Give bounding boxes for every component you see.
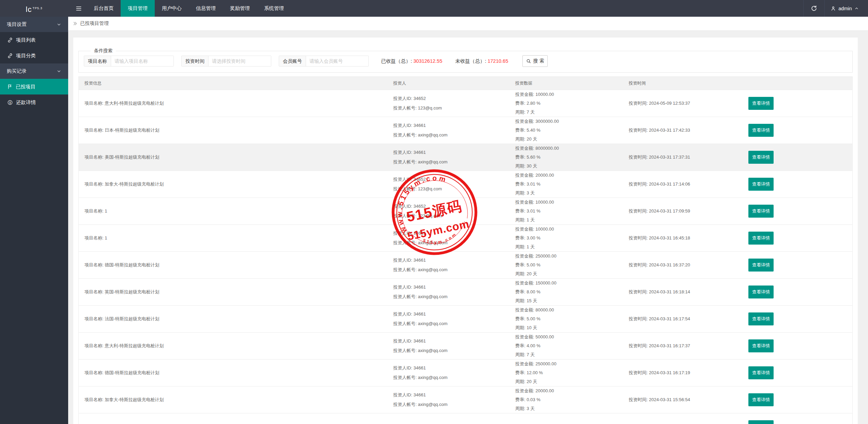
view-details-button[interactable]: 查看详情: [748, 151, 774, 164]
project-name-input[interactable]: [111, 56, 173, 66]
topbar-nav-item[interactable]: 项目管理: [121, 0, 155, 17]
username-label: admin: [838, 6, 852, 11]
view-details-button[interactable]: 查看详情: [748, 124, 774, 137]
invest-amount: 投资金额: 250000.00: [515, 252, 623, 261]
page-title: 已投项目管理: [80, 20, 109, 27]
invest-rate: 费率: 3.01 %: [515, 207, 623, 216]
sidebar-item-还款详情[interactable]: $还款详情: [0, 94, 68, 110]
project-name-cell: 项目名称: 加拿大-特斯拉超级充电桩计划: [79, 180, 387, 189]
invest-cycle: 周期: 3 天: [515, 404, 623, 413]
topbar-nav-item[interactable]: 奖励管理: [223, 0, 257, 17]
view-details-button[interactable]: 查看详情: [748, 205, 774, 218]
user-menu[interactable]: admin: [824, 0, 868, 17]
invest-amount: 投资金额: 10000.00: [515, 198, 623, 207]
invest-amount: 投资金额: 150000.00: [515, 279, 623, 288]
invest-rate: 费率: 4.00 %: [515, 341, 623, 350]
actions-cell: 查看详情: [743, 420, 852, 424]
sidebar-group-header[interactable]: 购买记录: [0, 63, 68, 79]
invest-time-cell: 投资时间: 2024-03-31 16:17:19: [623, 368, 743, 377]
invest-time-input[interactable]: [209, 56, 271, 66]
invest-data-cell: 投资金额: 8000000.00费率: 5.60 %周期: 30 天: [509, 144, 623, 171]
topbar-nav-item[interactable]: 系统管理: [257, 0, 291, 17]
investor-id: 投资人ID: 34652: [393, 175, 509, 184]
link-icon: [7, 37, 13, 43]
table-header-invest-info: 投资信息: [79, 81, 387, 86]
invest-rate: 费率: 5.00 %: [515, 261, 623, 269]
invest-cycle: 周期: 7 天: [515, 108, 623, 117]
table-row: 项目名称: 加拿大-特斯拉超级充电桩计划投资人ID: 34652投资人帐号: 1…: [79, 171, 852, 198]
view-details-button[interactable]: 查看详情: [748, 286, 774, 298]
invest-time-cell: 投资时间: 2024-03-31 16:17:54: [623, 315, 743, 323]
project-name-cell: 项目名称: 意大利-特斯拉超级充电桩计划: [79, 99, 387, 108]
view-details-button[interactable]: 查看详情: [748, 178, 774, 191]
sidebar-item-label: 已投项目: [16, 84, 35, 90]
invest-data-cell: 投资金额: 10000.00费率: 3.00 %周期: 1 天: [509, 225, 623, 251]
member-account-input[interactable]: [306, 56, 368, 66]
view-details-button[interactable]: 查看详情: [748, 97, 774, 110]
table-header-investor: 投资人: [387, 81, 509, 86]
view-details-button[interactable]: 查看详情: [748, 393, 774, 406]
project-name-cell: 项目名称: 德国-特斯拉超级充电桩计划: [79, 368, 387, 377]
actions-cell: 查看详情: [743, 97, 852, 110]
invest-data-cell: 投资金额: 10000.00费率: 3.01 %周期: 1 天: [509, 198, 623, 224]
investor-id: 投资人ID: 34652: [393, 94, 509, 103]
sidebar-group-header[interactable]: 项目设置: [0, 17, 68, 32]
topbar-nav-item[interactable]: 后台首页: [87, 0, 121, 17]
project-name-cell: 项目名称: 1: [79, 234, 387, 243]
invest-time-cell: 投资时间: 2024-03-31 17:14:06: [623, 180, 743, 189]
topbar-nav-item[interactable]: 信息管理: [189, 0, 223, 17]
logo-text: lc: [26, 5, 32, 14]
view-details-button[interactable]: 查看详情: [748, 366, 774, 379]
sidebar-item-已投项目[interactable]: 已投项目: [0, 79, 68, 94]
refresh-button[interactable]: [803, 0, 824, 17]
project-name-cell: 项目名称: 德国-特斯拉超级充电桩计划: [79, 261, 387, 269]
topbar-nav-item[interactable]: 用户中心: [155, 0, 189, 17]
invest-time-label: 投资时间: [182, 56, 209, 66]
sidebar-item-label: 项目分类: [16, 53, 36, 59]
investor-id: 投资人ID: 34661: [393, 422, 509, 424]
sidebar-item-项目分类[interactable]: 项目分类: [0, 48, 68, 63]
invest-data-cell: 投资金额: 80000.00: [509, 422, 623, 424]
invest-cycle: 周期: 15 天: [515, 296, 623, 305]
actions-cell: 查看详情: [743, 286, 852, 298]
invest-rate: 费率: 8.00 %: [515, 288, 623, 296]
invest-rate: 费率: 0.03 %: [515, 395, 623, 404]
invest-time-cell: 投资时间: 2024-05-09 12:53:37: [623, 99, 743, 108]
hamburger-menu-icon[interactable]: [71, 0, 87, 17]
table-row: 项目名称: 1投资人ID: 34652投资人帐号: 123@q.com投资金额:…: [79, 198, 852, 224]
invest-amount: 投资金额: 20000.00: [515, 171, 623, 180]
actions-cell: 查看详情: [743, 339, 852, 352]
link-icon: [7, 53, 13, 59]
invest-rate: 费率: 5.00 %: [515, 315, 623, 323]
invest-amount: 投资金额: 8000000.00: [515, 144, 623, 153]
table-row: 项目名称: 日本-特斯拉超级充电桩计划投资人ID: 34661投资人帐号: ax…: [79, 117, 852, 144]
table-row: 项目名称: 英国-特斯拉超级充电桩计划投资人ID: 34661投资人帐号: ax…: [79, 278, 852, 305]
project-name-group: 项目名称: [84, 56, 174, 67]
table-header-invest-time: 投资时间: [623, 81, 743, 86]
pending-income-label: 未收益（总）:: [455, 58, 486, 64]
invest-amount: 投资金额: 3000000.00: [515, 117, 623, 126]
view-details-button[interactable]: 查看详情: [748, 259, 774, 272]
view-details-button[interactable]: 查看详情: [748, 339, 774, 352]
received-income-total: 已收益（总）:30312612.55: [381, 58, 442, 64]
invest-cycle: 周期: 7 天: [515, 350, 623, 359]
invested-projects-table: 投资信息 投资人 投资数据 投资时间 项目名称: 意大利-特斯拉超级充电桩计划投…: [78, 76, 853, 424]
sidebar-item-项目列表[interactable]: 项目列表: [0, 32, 68, 48]
search-button[interactable]: 搜 索: [522, 55, 548, 67]
sidebar-group-label: 购买记录: [7, 68, 57, 74]
invest-cycle: 周期: 1 天: [515, 243, 623, 251]
investor-cell: 投资人ID: 34652投资人帐号: 123@q.com: [387, 94, 509, 113]
sidebar: 项目设置项目列表项目分类购买记录已投项目$还款详情: [0, 17, 68, 424]
actions-cell: 查看详情: [743, 393, 852, 406]
search-fieldset-legend: 条件搜索: [91, 48, 116, 54]
project-name-cell: 项目名称: 日本-特斯拉超级充电桩计划: [79, 126, 387, 135]
view-details-button[interactable]: 查看详情: [748, 312, 774, 325]
investor-account: 投资人帐号: axing@qq.com: [393, 157, 509, 167]
invest-rate: 费率: 2.80 %: [515, 99, 623, 108]
view-details-button[interactable]: 查看详情: [748, 420, 774, 424]
breadcrumb: 已投项目管理: [68, 17, 868, 31]
view-details-button[interactable]: 查看详情: [748, 232, 774, 245]
invest-cycle: 周期: 30 天: [515, 162, 623, 171]
invest-amount: 投资金额: 20000.00: [515, 386, 623, 395]
invest-rate: 费率: 12.00 %: [515, 368, 623, 377]
